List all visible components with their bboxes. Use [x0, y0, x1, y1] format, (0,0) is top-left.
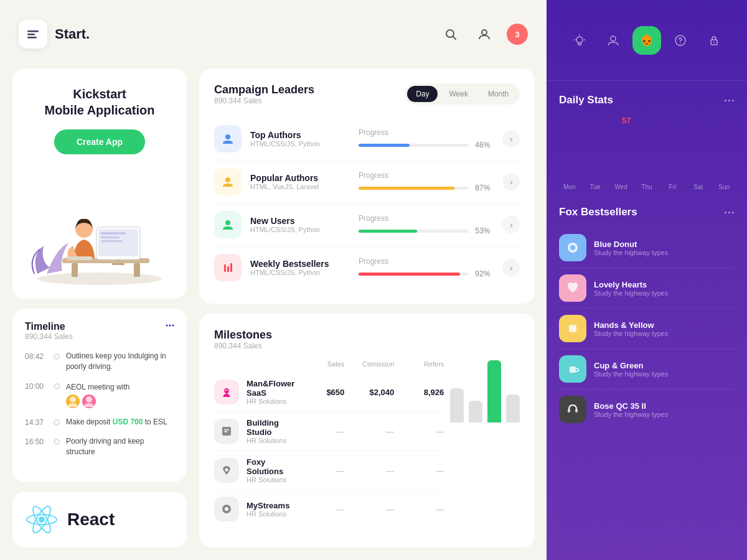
- notification-badge[interactable]: 3: [507, 24, 528, 45]
- campaign-title: Campaign Leaders: [214, 83, 314, 96]
- weekly-bestsellers-icon: [214, 254, 242, 281]
- daily-stats-chart: 57 Mon Tue Wed Thu: [559, 116, 735, 190]
- logo-text: Start.: [55, 26, 90, 42]
- illustration: [25, 187, 174, 286]
- panel-top-nav: [547, 0, 747, 81]
- bestseller-item: Lovely Hearts Study the highway types: [559, 268, 735, 309]
- react-icon: [25, 503, 59, 536]
- bestseller-thumb-bose: [559, 396, 586, 423]
- svg-rect-8: [72, 263, 78, 277]
- svg-point-20: [166, 325, 168, 327]
- svg-point-37: [733, 16, 735, 18]
- svg-rect-13: [101, 236, 120, 238]
- svg-rect-60: [568, 409, 570, 413]
- svg-point-22: [172, 325, 174, 327]
- svg-rect-19: [67, 256, 92, 260]
- header-right: 3: [439, 23, 528, 45]
- svg-point-51: [649, 40, 651, 42]
- svg-point-57: [570, 245, 575, 250]
- svg-point-35: [726, 16, 728, 18]
- nav-fox-icon[interactable]: [632, 26, 661, 55]
- svg-rect-59: [570, 366, 576, 373]
- milestones-table-header: Sales Comission Refers: [214, 360, 444, 373]
- chart-bar-thu: Thu: [636, 180, 657, 190]
- tab-month[interactable]: Month: [479, 86, 517, 102]
- svg-point-45: [576, 37, 583, 43]
- content: Kickstart Mobile Application Create App: [0, 68, 547, 560]
- svg-point-49: [611, 36, 616, 41]
- header: Start. 3: [0, 0, 547, 68]
- milestones-title: Milestones: [214, 329, 272, 342]
- timeline-more-icon[interactable]: [164, 320, 176, 334]
- bestseller-item: Cup & Green Study the highway types: [559, 349, 735, 390]
- avatar: [82, 394, 96, 408]
- new-users-info: New Users HTML/CSS/JS, Python: [250, 216, 350, 233]
- svg-rect-58: [569, 325, 576, 332]
- daily-stats-section: Daily Stats ⋯ 57 Mon Tue Wed: [559, 93, 735, 190]
- milestone-row: Foxy Solutions HR Solutions — — —: [214, 451, 444, 490]
- milestones-subtitle: 890,344 Sales: [214, 342, 272, 350]
- fox-bestsellers-more[interactable]: ⋯: [723, 205, 735, 219]
- top-authors-arrow[interactable]: ›: [502, 130, 520, 147]
- milestone-row: Man&Flower SaaS HR Solutions $650 $2,040…: [214, 373, 444, 412]
- milestones-more-icon[interactable]: [725, 11, 736, 25]
- chart-bar-mon: Mon: [559, 180, 580, 190]
- weekly-bestsellers-arrow[interactable]: ›: [502, 259, 520, 276]
- avatar: [66, 394, 80, 408]
- kickstart-title: Kickstart Mobile Application: [44, 86, 154, 118]
- top-authors-progress: Progress 46%: [359, 128, 494, 149]
- popular-authors-icon: [214, 168, 242, 195]
- nav-lightbulb-icon[interactable]: [565, 26, 594, 55]
- svg-rect-16: [112, 263, 125, 265]
- nav-lock-icon[interactable]: [700, 26, 728, 55]
- popular-authors-info: Popular Authors HTML, VueJS, Laravel: [250, 173, 350, 190]
- tab-day[interactable]: Day: [407, 86, 438, 102]
- svg-rect-40: [224, 429, 229, 431]
- svg-rect-1: [27, 34, 35, 35]
- react-label: React: [67, 510, 115, 530]
- milestone-chart-bar: [450, 388, 464, 422]
- bestseller-thumb-blue-donut: [559, 234, 586, 261]
- kickstart-card: Kickstart Mobile Application Create App: [12, 68, 187, 299]
- milestone-chart-bar: [506, 394, 520, 422]
- milestone-row: MyStreams HR Solutions — — —: [214, 490, 444, 528]
- react-card: React: [12, 492, 187, 548]
- bestseller-info: Bose QC 35 II Study the highway types: [594, 401, 735, 418]
- svg-point-36: [730, 16, 731, 18]
- chart-bar-tue: Tue: [585, 180, 605, 190]
- svg-rect-0: [27, 30, 39, 32]
- daily-stats-more[interactable]: ⋯: [723, 93, 735, 107]
- bestseller-item: Blue Donut Study the highway types: [559, 228, 735, 268]
- svg-rect-33: [227, 266, 229, 272]
- new-users-arrow[interactable]: ›: [502, 216, 520, 233]
- svg-rect-61: [575, 409, 578, 413]
- popular-authors-arrow[interactable]: ›: [502, 173, 520, 190]
- svg-point-6: [37, 273, 162, 285]
- svg-point-50: [644, 40, 646, 42]
- campaign-subtitle: 890,344 Sales: [214, 96, 314, 105]
- nav-user-icon[interactable]: [599, 26, 627, 55]
- new-users-icon: [214, 211, 242, 238]
- svg-rect-14: [101, 240, 123, 242]
- campaign-row: New Users HTML/CSS/JS, Python Progress 5…: [214, 203, 520, 246]
- chart-peak-value: 57: [622, 116, 631, 125]
- svg-point-23: [70, 396, 76, 403]
- chart-bar-sun: Sun: [714, 180, 735, 190]
- search-icon[interactable]: [439, 23, 462, 45]
- svg-point-53: [680, 42, 681, 44]
- campaign-header: Campaign Leaders 890,344 Sales Day Week …: [214, 83, 520, 105]
- right-column: Campaign Leaders 890,344 Sales Day Week …: [199, 68, 535, 548]
- svg-point-42: [225, 469, 228, 472]
- nav-help-icon[interactable]: [666, 26, 695, 55]
- timeline-subtitle: 890,344 Sales: [25, 332, 174, 341]
- create-app-button[interactable]: Create App: [54, 129, 145, 154]
- period-tabs: Day Week Month: [405, 83, 520, 105]
- bestseller-info: Lovely Hearts Study the highway types: [594, 280, 735, 297]
- tab-week[interactable]: Week: [440, 86, 476, 102]
- milestones-card: Milestones 890,344 Sales Sales Comission: [199, 314, 535, 548]
- svg-point-25: [39, 516, 45, 523]
- panel-content: Daily Stats ⋯ 57 Mon Tue Wed: [547, 81, 747, 560]
- bestseller-thumb-lovely-hearts: [559, 274, 586, 302]
- user-icon[interactable]: [473, 23, 496, 45]
- campaign-row: Weekly Bestsellers HTML/CSS/JS, Python P…: [214, 246, 520, 289]
